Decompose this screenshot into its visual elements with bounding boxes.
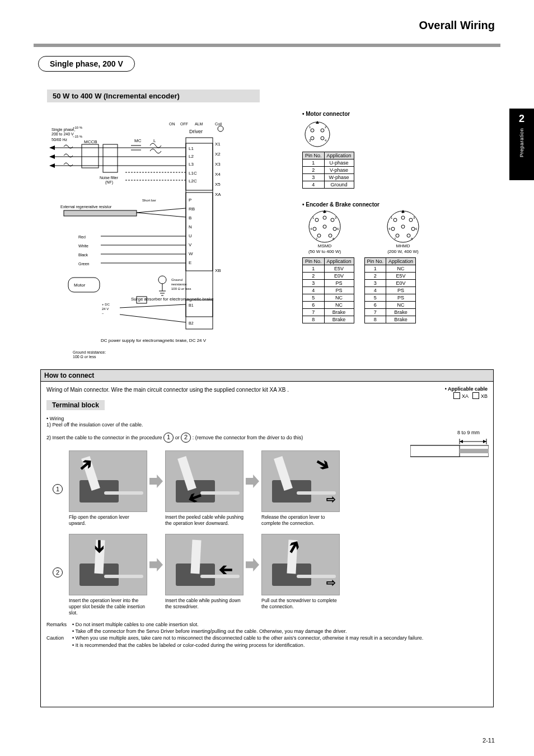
svg-marker-27 xyxy=(49,154,55,159)
svg-text:U: U xyxy=(189,233,192,238)
svg-text:Single phase,: Single phase, xyxy=(51,128,75,132)
svg-point-65 xyxy=(158,276,166,284)
svg-text:E: E xyxy=(189,260,191,265)
svg-text:OFF: OFF xyxy=(180,122,188,126)
step-1: 1) Peel off the insulation cover of the … xyxy=(46,422,488,428)
svg-point-96 xyxy=(315,218,318,222)
svg-text:X4: X4 xyxy=(215,172,221,177)
svg-text:1: 1 xyxy=(312,216,315,219)
svg-text:7: 7 xyxy=(316,237,318,241)
svg-rect-130 xyxy=(460,449,489,453)
encoder-table-left: Pin No.Application 1E5V 2E0V 3PS 4PS 5NC… xyxy=(302,257,354,323)
svg-point-117 xyxy=(409,218,413,222)
svg-text:XA: XA xyxy=(215,192,221,197)
arrow-icon xyxy=(246,558,259,571)
page-title: Overall Wiring xyxy=(419,19,495,32)
term-intro: Wiring of Main connector. Wire the main … xyxy=(46,386,289,393)
svg-point-113 xyxy=(394,218,397,222)
svg-text:(NF): (NF) xyxy=(105,180,113,185)
svg-point-122 xyxy=(411,227,415,231)
svg-text:X2: X2 xyxy=(215,152,221,157)
svg-text:P: P xyxy=(189,198,191,203)
svg-text:External regenerative resistor: External regenerative resistor xyxy=(60,205,112,209)
method-2-row: 2 ➔ ➔ xyxy=(46,534,488,616)
svg-point-107 xyxy=(317,234,321,237)
svg-point-42 xyxy=(218,126,223,132)
svg-text:Coil: Coil xyxy=(215,122,222,126)
svg-text:4: 4 xyxy=(310,227,312,231)
notes-block: Remarks• Do not insert multiple cables t… xyxy=(46,621,488,649)
photo-m1-a: ➔ xyxy=(69,450,147,512)
motor-connector-block: • Motor connector 1 2 3 4 Pin No.Applica… xyxy=(302,111,493,189)
surge-label: Surge absorber for electromagnetic brake xyxy=(131,297,214,302)
svg-text:RB: RB xyxy=(189,206,195,212)
svg-marker-26 xyxy=(49,145,55,150)
svg-text:XB: XB xyxy=(215,268,221,273)
svg-point-105 xyxy=(333,227,336,231)
svg-point-124 xyxy=(396,234,399,237)
chapter-tab: 2 Preparation xyxy=(509,109,534,180)
svg-text:200 to 240 V: 200 to 240 V xyxy=(51,132,74,136)
svg-text:Ground resistance:: Ground resistance: xyxy=(73,350,106,354)
svg-point-115 xyxy=(401,216,405,219)
arrow-icon xyxy=(149,475,163,488)
svg-text:L1C: L1C xyxy=(189,171,197,176)
method-1-num: 1 xyxy=(53,484,63,494)
arrow-icon xyxy=(246,475,259,488)
svg-text:resistance:: resistance: xyxy=(171,283,188,286)
checkbox-icon xyxy=(472,392,479,399)
svg-text:+  DC: + DC xyxy=(102,303,110,306)
chapter-label: Preparation xyxy=(519,128,524,157)
svg-text:+10 %: +10 % xyxy=(73,126,83,129)
motor-pin-table: Pin No.Application 1U-phase 2V-phase 3W-… xyxy=(302,152,354,189)
svg-text:MC: MC xyxy=(134,138,142,143)
svg-line-79 xyxy=(120,304,186,308)
encoder-brake-title: • Encoder & Brake connector xyxy=(302,201,493,208)
svg-point-98 xyxy=(323,216,326,219)
svg-rect-13 xyxy=(186,192,213,271)
svg-marker-28 xyxy=(49,163,55,168)
svg-text:−: − xyxy=(102,312,104,315)
strip-length-diagram: 8 to 9 mm xyxy=(410,430,489,461)
chapter-number: 2 xyxy=(519,113,524,125)
motor-conn-title: • Motor connector xyxy=(302,111,493,117)
wiring-diagram: Driver X1 X2 X3 X4 X5 L1 L2 L3 L1C L2C X… xyxy=(47,112,271,358)
photo-m2-a: ➔ xyxy=(69,534,147,595)
svg-text:100 Ω or less: 100 Ω or less xyxy=(73,355,96,358)
svg-text:N: N xyxy=(189,224,192,229)
svg-point-121 xyxy=(401,225,405,228)
how-to-connect-box: How to connect Wiring of Main connector.… xyxy=(40,369,494,707)
svg-line-53 xyxy=(137,213,186,217)
svg-text:L1: L1 xyxy=(189,146,194,151)
driver-label: Driver xyxy=(189,129,203,134)
svg-text:−15 %: −15 % xyxy=(73,135,83,138)
svg-text:Short bar: Short bar xyxy=(142,199,156,202)
svg-text:ALM: ALM xyxy=(195,122,203,126)
svg-text:1: 1 xyxy=(309,125,311,129)
svg-marker-135 xyxy=(483,440,486,443)
photo-m1-b: ➔ xyxy=(165,450,243,512)
svg-text:L2C: L2C xyxy=(189,179,197,184)
brake-src-label: DC power supply for electromagnetic brak… xyxy=(101,338,206,344)
page-number: 2-11 xyxy=(483,737,495,744)
svg-line-80 xyxy=(120,314,186,322)
photo-m1-c: ➔ ⇨ xyxy=(261,450,340,512)
svg-text:X3: X3 xyxy=(215,162,221,167)
svg-text:50/60 Hz: 50/60 Hz xyxy=(51,138,68,142)
terminal-block-pill: Terminal block xyxy=(46,400,105,410)
svg-text:L3: L3 xyxy=(189,162,194,167)
svg-rect-129 xyxy=(410,445,460,457)
svg-point-104 xyxy=(323,225,326,228)
svg-rect-31 xyxy=(103,144,118,172)
svg-marker-134 xyxy=(460,440,463,443)
photo-m2-b: ➔ xyxy=(165,534,243,595)
svg-text:Red: Red xyxy=(78,235,86,239)
how-to-connect-title: How to connect xyxy=(41,370,493,382)
svg-text:6: 6 xyxy=(415,227,418,231)
svg-point-88 xyxy=(321,129,324,132)
svg-point-126 xyxy=(407,234,410,237)
svg-text:B1: B1 xyxy=(189,303,194,307)
encoder-right: 1 2 3 4 6 7 8 MHMD (200 W, 400 W) xyxy=(381,208,425,254)
svg-text:4: 4 xyxy=(388,227,391,231)
svg-point-90 xyxy=(311,137,314,140)
